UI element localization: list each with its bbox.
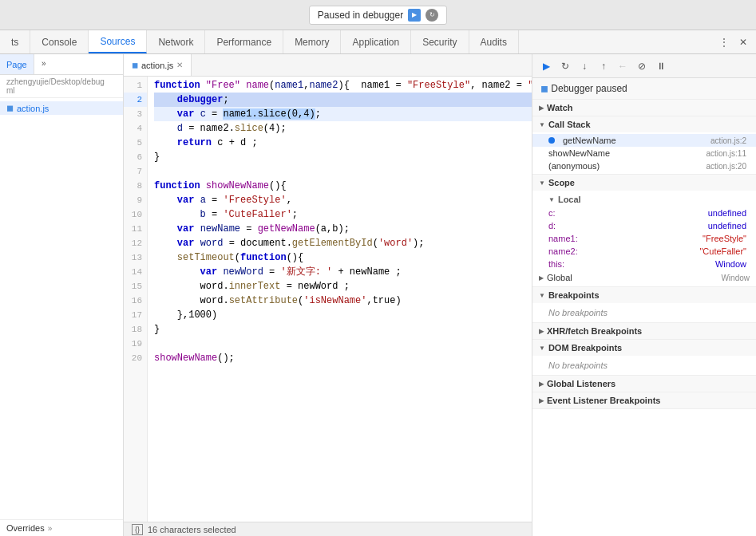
call-stack-fn-1: showNewName [548,148,610,158]
line-num-17: 17 [124,308,147,322]
resume-button[interactable]: ▶ [408,9,421,22]
pause-on-exceptions-button[interactable]: ⏸ [652,57,670,75]
step-back-button[interactable]: ← [614,57,631,75]
scope-section: Scope Local c: undefined d: undefined [532,175,756,287]
scope-this: this: Window [532,258,756,270]
breakpoints-arrow [539,292,545,299]
dom-breakpoints-section: DOM Breakpoints No breakpoints [532,340,756,376]
call-stack-item-0[interactable]: getNewName action.js:2 [532,134,756,147]
tab-security[interactable]: Security [411,30,469,53]
code-line-7 [154,164,532,179]
overrides-chevron: » [48,524,53,533]
deactivate-button[interactable]: ⊘ [633,57,651,75]
tab-memory[interactable]: Memory [283,30,341,53]
paused-badge: Paused in debugger ▶ ↻ [309,6,447,25]
dom-no-breakpoints-text: No breakpoints [532,357,756,373]
watch-section: Watch [532,100,756,116]
scope-val-d: undefined [708,221,746,231]
global-scope-header[interactable]: Global Window [532,270,756,285]
format-icon[interactable]: {} [132,524,143,535]
scope-name2: name2: "CuteFaller" [532,245,756,258]
breakpoints-section: Breakpoints No breakpoints [532,287,756,323]
code-line-8: function showNewName(){ [154,179,532,193]
call-stack-header[interactable]: Call Stack [532,116,756,132]
scope-key-name1: name1: [548,234,578,243]
call-stack-arrow [539,121,545,128]
global-scope-value: Window [721,274,750,282]
tab-close-button[interactable]: ✕ [176,61,183,69]
event-listeners-arrow [539,397,544,404]
global-arrow [539,274,544,282]
code-line-16: word.setAttribute('isNewName',true) [154,294,532,308]
code-line-5: return c + d ; [154,136,532,150]
scope-content: Local c: undefined d: undefined name1: "… [532,191,756,286]
line-num-2: 2 [124,93,147,107]
dom-arrow [539,345,545,352]
breakpoints-header[interactable]: Breakpoints [532,287,756,303]
code-line-9: var a = 'FreeStyle', [154,193,532,207]
code-line-10: b = 'CuteFaller'; [154,207,532,222]
code-line-18: } [154,322,532,337]
sources-inner-tabs: Page » [0,54,123,75]
status-bar: {} 16 characters selected [124,522,532,536]
step-button[interactable]: ↻ [425,9,438,22]
step-over-button[interactable]: ↻ [556,57,574,75]
status-text: 16 characters selected [148,525,236,534]
line-num-16: 16 [124,294,147,308]
scope-key-d: d: [548,221,556,231]
step-into-button[interactable]: ↓ [576,57,593,75]
debugger-status: ◼ Debugger paused [532,78,756,100]
scope-header[interactable]: Scope [532,175,756,191]
code-editor[interactable]: 1 2 3 4 5 6 7 8 9 10 11 12 13 14 15 16 1 [124,77,532,522]
more-options-button[interactable]: ⋮ [716,34,732,50]
local-scope-header[interactable]: Local [532,192,756,207]
tab-audits[interactable]: Audits [469,30,519,53]
overrides-label[interactable]: Overrides [6,523,45,533]
tab-ts[interactable]: ts [0,30,30,53]
call-stack-fn-0: getNewName [563,136,616,145]
tab-console[interactable]: Console [30,30,89,53]
debugger-toolbar: ▶ ↻ ↓ ↑ ← ⊘ ⏸ [532,54,756,78]
line-numbers: 1 2 3 4 5 6 7 8 9 10 11 12 13 14 15 16 1 [124,77,148,522]
file-icon-small: ◼ [132,61,138,69]
step-out-button[interactable]: ↑ [595,57,612,75]
line-num-13: 13 [124,250,147,265]
code-line-1: function "Free" name(name1,name2){ name1… [154,78,532,93]
sidebar-more-button[interactable]: » [38,57,50,69]
call-stack-fn-2: (anonymous) [548,161,600,171]
scope-arrow [539,179,545,187]
line-num-1: 1 [124,78,147,93]
resume-script-button[interactable]: ▶ [537,57,555,75]
line-num-15: 15 [124,279,147,294]
code-line-19 [154,337,532,351]
dom-breakpoints-header[interactable]: DOM Breakpoints [532,340,756,356]
scope-name1: name1: "FreeStyle" [532,232,756,245]
tab-application[interactable]: Application [341,30,411,53]
file-item-action-js[interactable]: ◼ action.js [0,101,123,115]
call-stack-item-1[interactable]: showNewName action.js:11 [532,147,756,160]
line-num-14: 14 [124,265,147,279]
global-listeners-header[interactable]: Global Listeners [532,376,756,392]
line-num-6: 6 [124,150,147,164]
call-stack-item-2[interactable]: (anonymous) action.js:20 [532,160,756,172]
watch-header[interactable]: Watch [532,100,756,116]
xhr-breakpoints-header[interactable]: XHR/fetch Breakpoints [532,323,756,339]
line-num-20: 20 [124,351,147,365]
code-line-13: setTimeout(function(){ [154,250,532,265]
page-tab[interactable]: Page [0,54,34,74]
tab-performance[interactable]: Performance [205,30,283,53]
call-stack-file-0: action.js:2 [710,136,746,145]
tab-network[interactable]: Network [147,30,205,53]
xhr-breakpoints-section: XHR/fetch Breakpoints [532,323,756,340]
line-num-18: 18 [124,322,147,337]
close-devtools-button[interactable]: ✕ [735,34,751,50]
event-listeners-header[interactable]: Event Listener Breakpoints [532,392,756,408]
code-line-15: word.innerText = newWord ; [154,279,532,294]
code-line-2: debugger; [154,93,532,107]
code-tab-action-js[interactable]: ◼ action.js ✕ [124,54,192,76]
main-layout: Page » zzhengyujie/Desktop/debug ml ◼ ac… [0,54,756,536]
scope-d: d: undefined [532,219,756,232]
tab-sources[interactable]: Sources [89,30,147,53]
code-line-3: var c = name1.slice(0,4); [154,107,532,121]
scope-c: c: undefined [532,207,756,219]
